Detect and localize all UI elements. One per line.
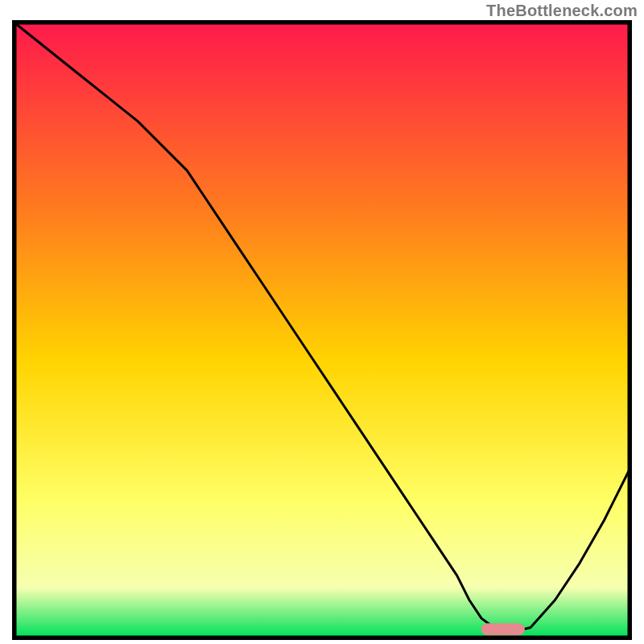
optimal-marker — [481, 624, 524, 635]
chart-plot — [12, 20, 632, 640]
chart-background — [15, 23, 629, 637]
watermark-text: TheBottleneck.com — [486, 2, 638, 20]
chart-svg — [12, 20, 632, 640]
